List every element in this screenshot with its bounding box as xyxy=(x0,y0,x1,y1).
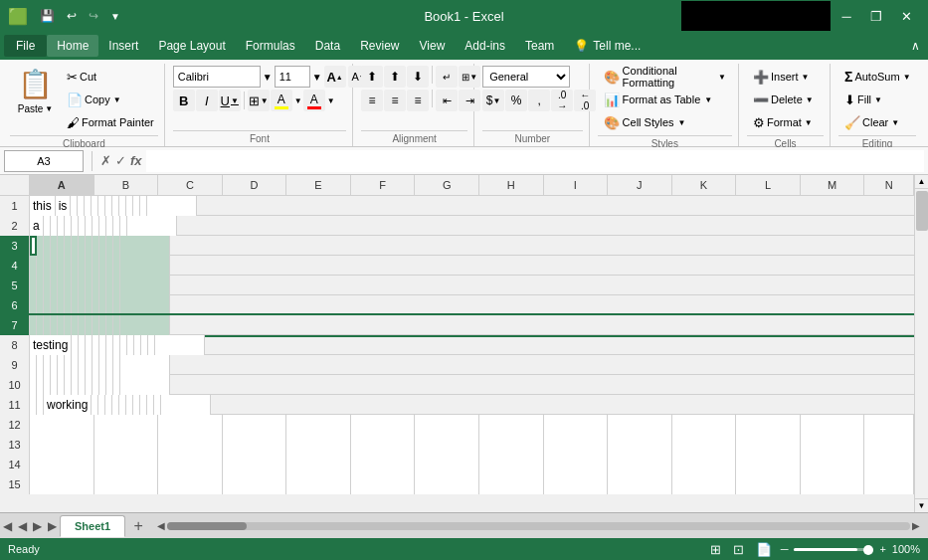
save-qat[interactable]: 💾 xyxy=(36,7,59,25)
cell-D1[interactable] xyxy=(78,196,85,216)
sheet-nav-next2[interactable]: ▶ xyxy=(30,519,45,533)
cell-H1[interactable] xyxy=(105,196,112,216)
tab-review[interactable]: Review xyxy=(350,35,409,57)
col-header-C[interactable]: C xyxy=(158,175,223,195)
align-top-btn[interactable]: ⬆ xyxy=(361,66,383,88)
cell-A4[interactable] xyxy=(30,256,37,276)
clear-btn[interactable]: 🧹 Clear ▼ xyxy=(838,111,905,133)
cell-L9[interactable] xyxy=(106,355,113,375)
cell-L5[interactable] xyxy=(106,276,113,295)
cell-G7[interactable] xyxy=(72,315,79,335)
cell-I3[interactable] xyxy=(86,236,93,256)
cell-J5[interactable] xyxy=(93,276,99,295)
cell-J3[interactable] xyxy=(93,236,99,256)
hscroll-right-btn[interactable]: ▶ xyxy=(912,520,920,531)
wrap-text-btn[interactable]: ↵ xyxy=(436,66,458,88)
cell-F6[interactable] xyxy=(65,295,72,315)
cell-E6[interactable] xyxy=(58,295,65,315)
cell-H11[interactable] xyxy=(119,395,126,415)
format-as-table-btn[interactable]: 📊 Format as Table ▼ xyxy=(598,89,719,110)
fill-color-dropdown[interactable]: ▼ xyxy=(294,96,302,105)
scroll-down-btn[interactable]: ▼ xyxy=(915,498,929,512)
cell-C2[interactable] xyxy=(51,216,58,236)
cell-I5[interactable] xyxy=(86,276,93,295)
customize-qat[interactable]: ▼ xyxy=(106,9,124,24)
cell-J1[interactable] xyxy=(119,196,126,216)
cell-J11[interactable] xyxy=(133,395,140,415)
cell-M9[interactable] xyxy=(113,355,120,375)
cell-B5[interactable] xyxy=(37,276,44,295)
cell-A3[interactable] xyxy=(30,236,37,256)
cell-F3[interactable] xyxy=(65,236,72,256)
cell-B4[interactable] xyxy=(37,256,44,276)
align-right-btn[interactable]: ≡ xyxy=(407,90,429,111)
col-header-A[interactable]: A xyxy=(30,175,94,195)
cell-F5[interactable] xyxy=(65,276,72,295)
cell-L8[interactable] xyxy=(141,335,148,355)
cell-G4[interactable] xyxy=(72,256,79,276)
cell-F11[interactable] xyxy=(105,395,112,415)
cell-D4[interactable] xyxy=(51,256,58,276)
cell-L7[interactable] xyxy=(106,315,113,335)
cell-L3[interactable] xyxy=(106,236,113,256)
cell-F1[interactable] xyxy=(92,196,98,216)
cell-D10[interactable] xyxy=(51,375,58,395)
cell-G8[interactable] xyxy=(106,335,113,355)
cell-E5[interactable] xyxy=(58,276,65,295)
delete-cells-btn[interactable]: ➖ Delete ▼ xyxy=(747,89,820,110)
cell-H9[interactable] xyxy=(79,355,86,375)
hscroll-left-btn[interactable]: ◀ xyxy=(157,520,165,531)
cell-L2[interactable] xyxy=(113,216,120,236)
cell-C7[interactable] xyxy=(44,315,51,335)
cancel-formula-btn[interactable]: ✗ xyxy=(100,153,111,168)
cell-K4[interactable] xyxy=(99,256,106,276)
col-header-J[interactable]: J xyxy=(608,175,672,195)
tab-insert[interactable]: Insert xyxy=(98,35,148,57)
currency-btn[interactable]: $▼ xyxy=(482,90,504,111)
cell-N5[interactable] xyxy=(120,276,170,295)
cell-F9[interactable] xyxy=(65,355,72,375)
cell-H3[interactable] xyxy=(79,236,86,256)
cell-N1[interactable] xyxy=(147,196,197,216)
font-color-btn[interactable]: A xyxy=(303,90,325,111)
cell-K9[interactable] xyxy=(99,355,106,375)
cell-C3[interactable] xyxy=(44,236,51,256)
cell-G1[interactable] xyxy=(98,196,105,216)
collapse-ribbon-btn[interactable]: ∧ xyxy=(907,39,924,53)
tab-view[interactable]: View xyxy=(410,35,456,57)
cell-G10[interactable] xyxy=(72,375,79,395)
sheet-tab-sheet1[interactable]: Sheet1 xyxy=(60,515,125,537)
cell-F4[interactable] xyxy=(65,256,72,276)
italic-btn[interactable]: I xyxy=(196,90,218,111)
col-header-H[interactable]: H xyxy=(479,175,544,195)
paste-dropdown[interactable]: Paste▼ xyxy=(14,102,58,115)
cell-I4[interactable] xyxy=(86,256,93,276)
borders-btn[interactable]: ⊞▼ xyxy=(248,90,270,111)
cell-F10[interactable] xyxy=(65,375,72,395)
cell-G2[interactable] xyxy=(79,216,86,236)
zoom-in-btn[interactable]: + xyxy=(879,543,885,555)
cell-M4[interactable] xyxy=(113,256,120,276)
font-size-dropdown[interactable]: ▼ xyxy=(312,72,322,83)
font-name-input[interactable] xyxy=(173,66,261,88)
cell-C1[interactable] xyxy=(71,196,78,216)
paste-btn[interactable]: 📋 xyxy=(10,66,61,102)
cut-btn[interactable]: ✂ Cut xyxy=(63,66,158,88)
cell-K3[interactable] xyxy=(99,236,106,256)
horizontal-scrollbar[interactable]: ◀ ▶ xyxy=(157,520,920,531)
cell-E4[interactable] xyxy=(58,256,65,276)
cell-H6[interactable] xyxy=(79,295,86,315)
cell-I9[interactable] xyxy=(86,355,93,375)
vertical-scrollbar[interactable]: ▲ ▼ xyxy=(914,175,928,512)
cell-C4[interactable] xyxy=(44,256,51,276)
scroll-up-btn[interactable]: ▲ xyxy=(915,175,929,189)
cell-H8[interactable] xyxy=(113,335,120,355)
page-break-view-btn[interactable]: ⊡ xyxy=(730,541,747,558)
cell-B9[interactable] xyxy=(37,355,44,375)
cell-M1[interactable] xyxy=(140,196,147,216)
cell-N8[interactable] xyxy=(155,335,205,355)
cell-I10[interactable] xyxy=(86,375,93,395)
cell-M2[interactable] xyxy=(120,216,127,236)
cell-I6[interactable] xyxy=(86,295,93,315)
cell-B11[interactable] xyxy=(37,395,44,415)
